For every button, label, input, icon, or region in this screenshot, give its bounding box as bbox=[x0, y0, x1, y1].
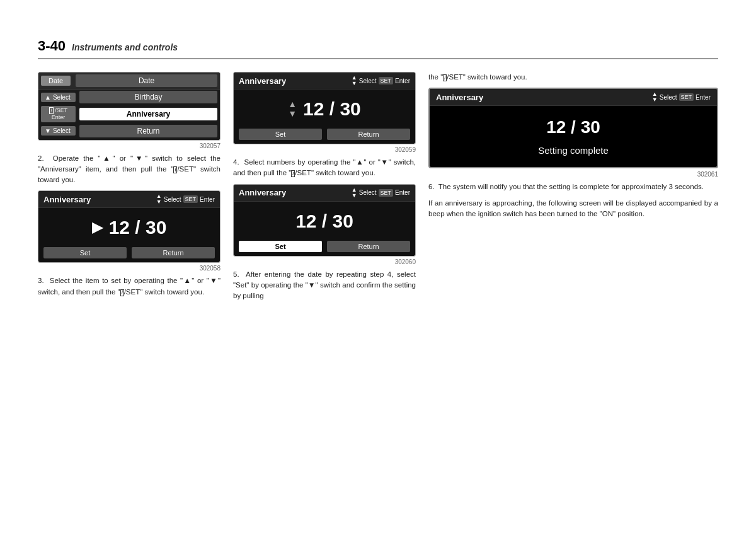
screen2-enter-label: Enter bbox=[200, 196, 215, 203]
down-select-ctrl: ▼Select bbox=[41, 126, 76, 136]
step6-intro-text: the "i/SET" switch toward you. bbox=[428, 72, 718, 83]
screen4-code: 302060 bbox=[233, 258, 416, 265]
screen3-updown: ▲ ▼ bbox=[288, 100, 297, 119]
screen3-controls: ▲ ▼ Select SET Enter bbox=[352, 75, 410, 86]
screen2-select-arrows: ▲ ▼ bbox=[156, 194, 162, 205]
enter-row: i /SET Enter Anniversary bbox=[38, 105, 220, 124]
enter-ctrl: i /SET Enter bbox=[41, 106, 76, 122]
screen3-return-btn: Return bbox=[327, 129, 410, 140]
screen5-title: Anniversary bbox=[436, 93, 483, 102]
col-left: Date Date ▲Select Birthday i /SET bbox=[38, 72, 220, 306]
page-header: 3-40 Instruments and controls bbox=[0, 0, 756, 66]
screen3-enter-label: Enter bbox=[395, 78, 410, 84]
step6b-text: If an anniversary is approaching, the fo… bbox=[428, 198, 718, 220]
screen2: Anniversary ▲ ▼ Select SET Enter ▶ 12 / … bbox=[38, 191, 220, 262]
screen2-code: 302058 bbox=[38, 265, 220, 272]
screen2-select-label: Select bbox=[164, 196, 181, 203]
down-select-label: Select bbox=[53, 127, 71, 134]
col-middle: Anniversary ▲ ▼ Select SET Enter ▲ bbox=[233, 72, 416, 306]
screen4-container: Anniversary ▲ ▼ Select SET Enter 12 / 30 bbox=[233, 184, 416, 257]
screen2-set-btn: Set bbox=[43, 247, 127, 258]
screen1: Date Date ▲Select Birthday i /SET bbox=[38, 72, 220, 140]
col-right: the "i/SET" switch toward you. Anniversa… bbox=[428, 72, 718, 306]
screen5-select-arrows: ▲ ▼ bbox=[652, 91, 658, 103]
select-down-row: ▼Select Return bbox=[38, 124, 220, 140]
screen2-date: 12 / 30 bbox=[109, 217, 167, 238]
step2-text: 2. Operate the "▲" or "▼" switch to sele… bbox=[38, 153, 220, 186]
date-label: Date bbox=[41, 76, 71, 86]
select-up-row: ▲Select Birthday bbox=[38, 90, 220, 105]
screen4-header: Anniversary ▲ ▼ Select SET Enter bbox=[234, 185, 415, 202]
screen2-footer: Set Return bbox=[38, 245, 220, 262]
screen2-container: Anniversary ▲ ▼ Select SET Enter ▶ 12 / … bbox=[38, 190, 220, 263]
screen3-set-btn: Set bbox=[239, 129, 322, 140]
screen3-date: 12 / 30 bbox=[303, 98, 361, 120]
screen2-date-area: ▶ 12 / 30 bbox=[38, 208, 220, 245]
birthday-item: Birthday bbox=[79, 91, 217, 103]
screen4: Anniversary ▲ ▼ Select SET Enter 12 / 30 bbox=[234, 185, 415, 256]
screen2-header: Anniversary ▲ ▼ Select SET Enter bbox=[38, 191, 220, 208]
screen3-set-label: SET bbox=[379, 77, 394, 84]
screen3-code: 302059 bbox=[233, 146, 416, 153]
screen2-controls: ▲ ▼ Select SET Enter bbox=[156, 194, 215, 205]
step6-text: 6. The system will notify you that the s… bbox=[428, 182, 718, 192]
screen5-enter-label: Enter bbox=[696, 94, 711, 101]
step4-text: 4. Select numbers by operating the "▲" o… bbox=[233, 157, 416, 179]
screen3: Anniversary ▲ ▼ Select SET Enter ▲ bbox=[234, 72, 415, 144]
screen3-footer: Set Return bbox=[234, 126, 415, 144]
anniversary-item-active: Anniversary bbox=[79, 108, 217, 120]
screen5-header: Anniversary ▲ ▼ Select SET Enter bbox=[430, 89, 717, 106]
screen4-date: 12 / 30 bbox=[295, 211, 353, 232]
screen3-title: Anniversary bbox=[239, 76, 286, 86]
screen3-container: Anniversary ▲ ▼ Select SET Enter ▲ bbox=[233, 72, 416, 144]
screen4-select-label: Select bbox=[359, 189, 377, 196]
screen4-controls: ▲ ▼ Select SET Enter bbox=[352, 187, 410, 199]
up-select-ctrl: ▲Select bbox=[41, 93, 76, 102]
screen5-set-label: SET bbox=[679, 93, 694, 101]
screen4-footer: Set Return bbox=[234, 238, 415, 256]
screen4-select-arrows: ▲ ▼ bbox=[352, 187, 357, 199]
screen5-code: 302061 bbox=[428, 171, 718, 178]
return-item: Return bbox=[79, 125, 217, 137]
screen2-return-btn: Return bbox=[132, 247, 215, 258]
screen5-controls: ▲ ▼ Select SET Enter bbox=[652, 91, 711, 103]
screen3-date-area: ▲ ▼ 12 / 30 bbox=[234, 90, 415, 126]
screen5-container: Anniversary ▲ ▼ Select SET Enter 12 / 30… bbox=[428, 88, 718, 168]
page-title: Instruments and controls bbox=[72, 42, 178, 52]
screen4-set-btn-active: Set bbox=[239, 241, 322, 252]
screen2-set-label: SET bbox=[183, 195, 198, 203]
screen3-select-label: Select bbox=[359, 78, 377, 84]
screen4-date-area: 12 / 30 bbox=[234, 202, 415, 238]
screen5-setting-complete: Setting complete bbox=[430, 142, 717, 167]
screen4-enter-label: Enter bbox=[395, 189, 410, 196]
screen4-set-label: SET bbox=[379, 189, 394, 197]
up-select-label: Select bbox=[53, 94, 71, 101]
screen2-title: Anniversary bbox=[43, 195, 91, 204]
screen4-title: Anniversary bbox=[239, 188, 286, 197]
screen4-return-btn: Return bbox=[327, 241, 410, 252]
screen1-container: Date Date ▲Select Birthday i /SET bbox=[38, 72, 220, 141]
step5-text: 5. After entering the date by repeating … bbox=[233, 269, 416, 302]
screen1-code: 302057 bbox=[38, 142, 220, 149]
screen5: Anniversary ▲ ▼ Select SET Enter 12 / 30… bbox=[430, 89, 717, 167]
screen5-date: 12 / 30 bbox=[430, 106, 717, 142]
screen5-select-label: Select bbox=[660, 94, 677, 101]
step3-text: 3. Select the item to set by operating t… bbox=[38, 275, 220, 298]
date-menu-item: Date bbox=[76, 74, 217, 87]
screen2-play-arrow: ▶ bbox=[92, 219, 103, 236]
page-number: 3-40 bbox=[38, 38, 66, 54]
screen3-header: Anniversary ▲ ▼ Select SET Enter bbox=[234, 72, 415, 90]
screen3-select-arrows: ▲ ▼ bbox=[352, 75, 357, 86]
